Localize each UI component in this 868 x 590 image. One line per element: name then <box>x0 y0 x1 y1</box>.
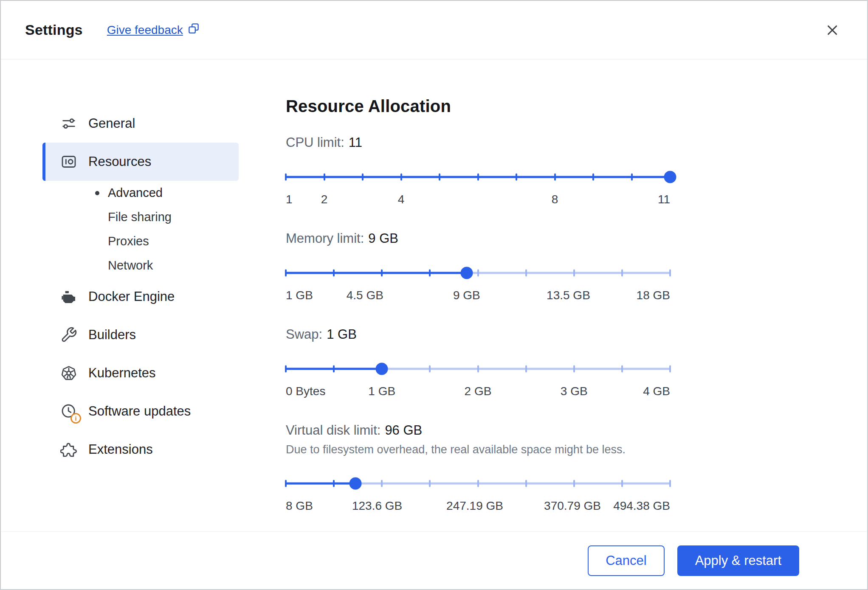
slider-tick-label: 2 GB <box>465 385 492 398</box>
sliders: CPU limit:11 124811 Memory limit:9 GB 1 … <box>286 135 670 514</box>
slider-tick <box>669 270 671 277</box>
slider-tick <box>333 270 335 277</box>
sidebar: General Resources Advanced File sharing … <box>1 59 240 531</box>
slider-virtual-disk-limit: Virtual disk limit:96 GB Due to filesyst… <box>286 423 670 514</box>
slider-tick <box>621 270 623 277</box>
sidebar-item-software-updates[interactable]: i Software updates <box>42 392 239 430</box>
slider-track[interactable] <box>286 362 670 375</box>
slider-tick <box>429 480 431 487</box>
slider-tick <box>525 365 527 373</box>
slider-track-fill <box>286 272 467 274</box>
sidebar-subitem-label: Proxies <box>108 234 149 248</box>
slider-tick-label: 13.5 GB <box>547 289 590 302</box>
slider-tick <box>429 365 431 373</box>
give-feedback-link[interactable]: Give feedback <box>107 22 200 38</box>
slider-tick <box>285 480 287 487</box>
engine-icon <box>59 287 78 306</box>
slider-thumb[interactable] <box>664 171 676 183</box>
sidebar-item-builders[interactable]: Builders <box>42 316 239 354</box>
sidebar-subitem-network[interactable]: Network <box>42 253 239 278</box>
slider-thumb[interactable] <box>460 267 473 279</box>
cancel-button[interactable]: Cancel <box>588 545 665 576</box>
slider-cpu-limit: CPU limit:11 124811 <box>286 135 670 207</box>
sidebar-subitem-proxies[interactable]: Proxies <box>42 229 239 253</box>
slider-tick <box>592 174 594 181</box>
sidebar-item-label: Extensions <box>88 442 153 457</box>
slider-value: 96 GB <box>385 423 422 438</box>
slider-track[interactable] <box>286 171 670 183</box>
sidebar-subitem-label: Advanced <box>108 186 163 200</box>
main-content: Resource Allocation CPU limit:11 124811 … <box>240 59 867 531</box>
apply-restart-button[interactable]: Apply & restart <box>677 545 799 576</box>
slider-tick <box>525 270 527 277</box>
slider-tick-labels: 1 GB4.5 GB9 GB13.5 GB18 GB <box>286 289 670 303</box>
wrench-icon <box>59 326 78 344</box>
slider-thumb[interactable] <box>376 363 388 375</box>
slider-tick <box>573 270 575 277</box>
slider-thumb[interactable] <box>349 478 361 490</box>
slider-tick <box>631 174 633 181</box>
sidebar-item-label: General <box>88 116 135 131</box>
slider-tick-label: 2 <box>321 193 328 206</box>
slider-tick <box>621 480 623 487</box>
puzzle-icon <box>59 440 78 459</box>
close-icon <box>824 22 840 38</box>
slider-tick-label: 11 <box>658 193 670 206</box>
slider-tick <box>477 365 479 373</box>
slider-label: Virtual disk limit: <box>286 423 380 438</box>
slider-tick-label: 4 <box>398 193 405 206</box>
sidebar-item-label: Software updates <box>88 404 191 419</box>
slider-tick-label: 1 GB <box>286 289 313 302</box>
section-title: Resource Allocation <box>286 97 867 116</box>
slider-tick <box>285 174 287 181</box>
sidebar-subitem-label: Network <box>108 258 153 273</box>
feedback-icon <box>187 22 200 38</box>
sidebar-item-resources[interactable]: Resources <box>42 143 239 181</box>
slider-tick-label: 4 GB <box>643 385 670 398</box>
slider-tick-label: 494.38 GB <box>613 499 670 513</box>
sidebar-subitem-file-sharing[interactable]: File sharing <box>42 205 239 229</box>
slider-track[interactable] <box>286 477 670 490</box>
slider-track[interactable] <box>286 267 670 279</box>
close-button[interactable] <box>822 20 843 40</box>
sidebar-item-label: Builders <box>88 327 136 343</box>
sidebar-subitem-label: File sharing <box>108 210 172 224</box>
slider-memory-limit: Memory limit:9 GB 1 GB4.5 GB9 GB13.5 GB1… <box>286 231 670 303</box>
sidebar-item-extensions[interactable]: Extensions <box>42 430 239 469</box>
slider-tick <box>324 174 325 181</box>
slider-tick <box>477 174 479 181</box>
sidebar-item-label: Docker Engine <box>88 289 175 304</box>
slider-tick <box>669 480 671 487</box>
sidebar-item-kubernetes[interactable]: Kubernetes <box>42 354 239 392</box>
sliders-icon <box>59 114 78 133</box>
update-info-badge-icon: i <box>70 413 81 424</box>
slider-swap: Swap:1 GB 0 Bytes1 GB2 GB3 GB4 GB <box>286 327 670 399</box>
slider-value: 9 GB <box>368 231 398 246</box>
active-bullet-icon <box>95 191 99 195</box>
slider-value: 1 GB <box>327 327 357 342</box>
slider-tick-labels: 124811 <box>286 193 670 207</box>
gauge-icon <box>59 152 78 171</box>
give-feedback-label: Give feedback <box>107 23 183 37</box>
sidebar-item-docker-engine[interactable]: Docker Engine <box>42 278 239 316</box>
slider-tick-label: 1 <box>286 193 293 206</box>
slider-tick-labels: 8 GB123.6 GB247.19 GB370.79 GB494.38 GB <box>286 499 670 514</box>
slider-tick <box>439 174 440 181</box>
sidebar-subitem-advanced[interactable]: Advanced <box>42 181 239 205</box>
slider-label: Memory limit: <box>286 231 364 246</box>
page-title: Settings <box>25 22 83 38</box>
slider-track-fill <box>286 483 355 485</box>
sidebar-item-label: Resources <box>88 154 151 169</box>
sidebar-item-general[interactable]: General <box>42 104 239 143</box>
slider-tick <box>285 270 287 277</box>
slider-tick <box>516 174 517 181</box>
slider-tick-label: 247.19 GB <box>446 499 503 513</box>
slider-tick <box>525 480 527 487</box>
slider-tick <box>362 174 364 181</box>
slider-tick-label: 370.79 GB <box>544 499 601 513</box>
slider-tick-label: 1 GB <box>368 385 395 398</box>
header: Settings Give feedback <box>1 1 867 59</box>
slider-tick <box>669 365 671 373</box>
slider-note: Due to filesystem overhead, the real ava… <box>286 442 670 457</box>
clock-update-icon: i <box>59 402 78 421</box>
